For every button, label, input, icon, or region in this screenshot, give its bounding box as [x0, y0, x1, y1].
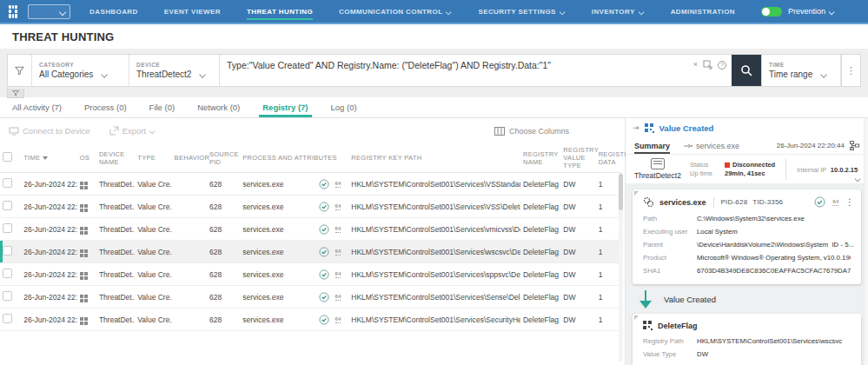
- tab-process-details[interactable]: services.exe: [684, 137, 739, 154]
- content-area: Connect to Device Export: [0, 118, 868, 365]
- row-checkbox[interactable]: [3, 269, 12, 278]
- table-row[interactable]: 26-Jun-2024 22:20... ThreatDet... Value …: [0, 263, 620, 286]
- cell-device: ThreatDet...: [96, 196, 135, 218]
- clear-query-icon[interactable]: ×: [693, 61, 698, 69]
- collapse-panel-icon[interactable]: ⇥: [633, 123, 639, 132]
- connect-to-device-button[interactable]: Connect to Device: [9, 126, 90, 136]
- col-process[interactable]: PROCESS AND ATTRIBUTES: [240, 143, 348, 173]
- row-checkbox[interactable]: [3, 178, 12, 188]
- cell-registry-name: DeleteFlag: [520, 286, 560, 309]
- row-checkbox[interactable]: [3, 201, 12, 210]
- table-row[interactable]: 26-Jun-2024 22:20... ThreatDet... Value …: [0, 196, 620, 218]
- device-icon: [651, 158, 665, 169]
- nav-item-security-settings[interactable]: SECURITY SETTINGS: [478, 0, 565, 23]
- filter-funnel-button[interactable]: [8, 55, 32, 86]
- cell-behavior: [172, 218, 207, 241]
- cell-type: Value Cre...: [135, 196, 171, 218]
- cell-process: services.exe 64: [240, 309, 348, 331]
- table-row[interactable]: 26-Jun-2024 22:20... ThreatDet... Value …: [0, 309, 620, 331]
- 64bit-icon: 64: [335, 203, 341, 210]
- signed-check-icon[interactable]: [814, 196, 825, 208]
- search-button[interactable]: [732, 55, 761, 86]
- tab-log[interactable]: Log (0): [331, 97, 357, 117]
- col-registry-data[interactable]: REGISTRY DATA: [596, 143, 620, 173]
- app-window: DASHBOARD EVENT VIEWER THREAT HUNTING CO…: [0, 0, 868, 365]
- cell-time: 26-Jun-2024 22:20...: [21, 196, 77, 218]
- col-type[interactable]: TYPE: [135, 143, 171, 173]
- detail-panel-header: ⇥ Value Created: [626, 118, 868, 137]
- chevron-down-icon: [447, 9, 452, 14]
- 64bit-icon: 64: [335, 271, 341, 278]
- choose-columns-button[interactable]: Choose Columns: [494, 127, 569, 136]
- query-input[interactable]: Type:"Value Created" AND Registry.Name: …: [220, 55, 732, 86]
- tab-registry[interactable]: Registry (7): [262, 97, 308, 117]
- tab-all-activity[interactable]: All Activity (7): [12, 97, 62, 117]
- prevention-toggle[interactable]: [761, 7, 782, 17]
- nav-item-dashboard[interactable]: DASHBOARD: [89, 0, 138, 23]
- cell-registry-data: 1: [596, 263, 620, 286]
- tab-network[interactable]: Network (0): [197, 97, 240, 117]
- col-registry-key-path[interactable]: REGISTRY KEY PATH: [348, 143, 520, 173]
- col-device-name[interactable]: DEVICE NAME: [96, 143, 135, 173]
- windows-os-icon: [80, 249, 88, 257]
- tab-process[interactable]: Process (0): [84, 97, 127, 117]
- process-arrow-icon: [684, 143, 692, 149]
- cell-device: ThreatDet...: [96, 173, 135, 196]
- col-source-pid[interactable]: SOURCE PID: [207, 143, 240, 173]
- title-bar: THREAT HUNTING: [0, 24, 868, 49]
- col-registry-name[interactable]: REGISTRY NAME: [520, 143, 560, 173]
- nav-item-inventory[interactable]: INVENTORY: [592, 0, 645, 23]
- nav-item-administration[interactable]: ADMINISTRATION: [671, 0, 735, 23]
- nav-item-threat-hunting[interactable]: THREAT HUNTING: [247, 0, 313, 23]
- sort-desc-icon: [43, 156, 48, 160]
- table-row[interactable]: 26-Jun-2024 22:20... ThreatDet... Value …: [0, 218, 620, 241]
- time-range-select[interactable]: TIME Time range: [761, 55, 841, 86]
- cell-behavior: [172, 196, 207, 218]
- cell-registry-key-path: HKLM\SYSTEM\ControlSet001\Services\Secur…: [348, 309, 520, 331]
- filter-more-button[interactable]: ⋮: [841, 55, 860, 86]
- col-registry-value-type[interactable]: REGISTRY VALUE TYPE: [560, 143, 595, 173]
- save-query-icon[interactable]: [703, 60, 712, 70]
- query-icons: × ?: [693, 60, 726, 70]
- table-row[interactable]: 26-Jun-2024 22:20... ThreatDet... Value …: [0, 173, 620, 196]
- row-checkbox[interactable]: [3, 314, 12, 323]
- cell-behavior: [172, 263, 207, 286]
- cell-registry-name: DeleteFlag: [520, 263, 560, 286]
- nav-item-event-viewer[interactable]: EVENT VIEWER: [164, 0, 221, 23]
- category-select[interactable]: CATEGORY All Categories: [32, 55, 129, 86]
- export-icon: [109, 126, 119, 136]
- col-os[interactable]: OS: [77, 143, 96, 173]
- more-menu-icon[interactable]: ⋮: [845, 198, 854, 207]
- cell-registry-value-type: DW: [560, 286, 595, 309]
- col-behavior[interactable]: BEHAVIOR: [172, 143, 207, 173]
- event-type-title: Value Created: [659, 123, 714, 133]
- cell-registry-data: 1: [596, 218, 620, 241]
- organization-select[interactable]: [28, 4, 70, 19]
- top-nav: DASHBOARD EVENT VIEWER THREAT HUNTING CO…: [0, 0, 868, 24]
- chevron-down-icon[interactable]: [856, 176, 861, 182]
- help-icon[interactable]: ?: [718, 61, 726, 70]
- field-row: Registry Path HKLM\SYSTEM\ControlSet001\…: [639, 335, 854, 348]
- card-fold-icon[interactable]: [634, 315, 639, 320]
- export-button[interactable]: Export: [109, 126, 156, 136]
- row-checkbox[interactable]: [3, 246, 12, 256]
- row-checkbox[interactable]: [3, 291, 12, 301]
- row-checkbox[interactable]: [3, 223, 12, 233]
- tab-summary[interactable]: Summary: [634, 137, 670, 154]
- table-row[interactable]: 26-Jun-2024 22:20... ThreatDet... Value …: [0, 241, 620, 263]
- select-all-checkbox[interactable]: [3, 152, 12, 162]
- col-time[interactable]: TIME: [21, 143, 77, 173]
- table-row[interactable]: 26-Jun-2024 22:20... ThreatDet... Value …: [0, 286, 620, 309]
- detail-panel-tabs: Summary services.exe 26-Jun-2024 22:20:4…: [626, 137, 868, 155]
- results-table: TIME OS DEVICE NAME TYPE BEHAVIOR SOURCE…: [0, 143, 620, 331]
- process-tree-icon[interactable]: [850, 141, 859, 150]
- cell-registry-value-type: DW: [560, 218, 595, 241]
- device-select[interactable]: DEVICE ThreatDetect2: [129, 55, 220, 86]
- process-pid: PID-628: [721, 198, 748, 206]
- tab-file[interactable]: File (0): [149, 97, 176, 117]
- nav-item-communication-control[interactable]: COMMUNICATION CONTROL: [339, 0, 452, 23]
- table-scrollbar[interactable]: [619, 172, 623, 362]
- panel-scrollbar[interactable]: [864, 118, 868, 365]
- card-fold-icon[interactable]: [634, 191, 639, 196]
- mode-dropdown[interactable]: Prevention: [788, 7, 835, 16]
